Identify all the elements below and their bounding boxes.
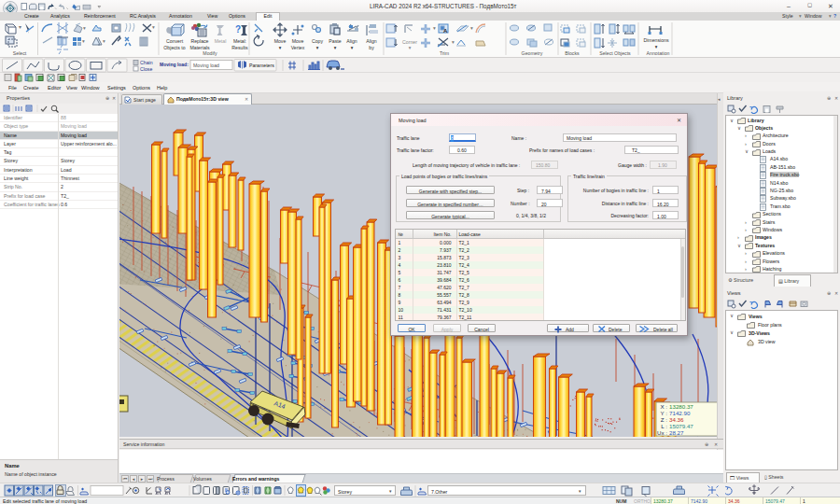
svg-text:Close: Close — [140, 66, 152, 72]
svg-text:Moving load:: Moving load: — [160, 62, 189, 67]
svg-text:28.27: 28.27 — [669, 429, 684, 436]
svg-text:▾: ▾ — [351, 45, 354, 50]
svg-text:Materials: Materials — [189, 45, 209, 50]
svg-text:Copy: Copy — [312, 38, 324, 44]
svg-text:Vertex: Vertex — [291, 45, 305, 50]
svg-text:Replace: Replace — [190, 38, 208, 44]
svg-text:Objects to: Objects to — [163, 45, 185, 50]
svg-text:Move: Move — [274, 38, 287, 44]
svg-text:Parameters: Parameters — [249, 63, 274, 68]
svg-text:Modify: Modify — [203, 50, 217, 56]
svg-text:Convert: Convert — [166, 38, 184, 44]
svg-text:X :: X : — [660, 403, 667, 410]
svg-text:34.36: 34.36 — [669, 416, 684, 423]
svg-text:▾: ▾ — [82, 38, 85, 44]
svg-text:Select Objects: Select Objects — [599, 50, 631, 56]
svg-text:Align: Align — [366, 38, 377, 44]
svg-text:▾: ▾ — [452, 39, 455, 45]
svg-text:Trim: Trim — [440, 50, 449, 56]
svg-text:A: A — [443, 28, 448, 34]
svg-text:by: by — [369, 45, 374, 50]
svg-text:▾: ▾ — [655, 44, 658, 49]
svg-text:7142.90: 7142.90 — [669, 410, 691, 416]
svg-text:Move: Move — [292, 38, 304, 44]
svg-text:Moving load: Moving load — [193, 63, 219, 68]
svg-text:▾: ▾ — [152, 24, 155, 30]
svg-text:Blocks: Blocks — [565, 50, 580, 56]
svg-text:15079.47: 15079.47 — [669, 423, 693, 429]
svg-text:▾: ▾ — [334, 45, 337, 50]
svg-text:Paste: Paste — [329, 38, 341, 44]
svg-text:▾: ▾ — [316, 45, 319, 50]
svg-text:Z :: Z : — [661, 416, 667, 423]
svg-text:Results: Results — [231, 45, 248, 50]
svg-text:Geometry: Geometry — [522, 50, 543, 56]
svg-text:▾: ▾ — [83, 25, 86, 31]
svg-text:Dimensions: Dimensions — [643, 37, 669, 43]
svg-text:Metal:: Metal: — [233, 38, 246, 44]
svg-text:▾: ▾ — [279, 45, 282, 50]
svg-text:▾: ▾ — [409, 45, 412, 50]
svg-text:Chain: Chain — [140, 60, 153, 65]
svg-text:L :: L : — [661, 423, 667, 429]
svg-text:▾: ▾ — [103, 38, 105, 44]
svg-text:Y :: Y : — [661, 410, 668, 416]
svg-text:Select: Select — [13, 50, 27, 56]
svg-text:?: ? — [235, 24, 241, 35]
svg-text:▾: ▾ — [19, 24, 21, 30]
svg-text:▾: ▾ — [433, 25, 436, 31]
svg-text:13280.37: 13280.37 — [669, 403, 693, 410]
svg-text:Metal: Metal — [215, 38, 227, 44]
svg-text:Annotation: Annotation — [647, 50, 670, 56]
svg-text:▾: ▾ — [470, 25, 473, 31]
svg-text:Align: Align — [346, 38, 357, 44]
svg-text:Ux :: Ux : — [657, 429, 667, 436]
